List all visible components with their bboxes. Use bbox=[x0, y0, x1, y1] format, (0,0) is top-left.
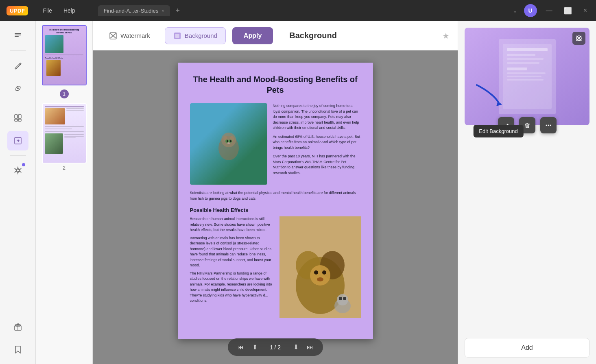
preview-actions: Edit Background bbox=[465, 117, 589, 133]
preview-page-inner bbox=[499, 39, 556, 114]
content-area: Watermark Background Apply Background ★ … bbox=[93, 21, 458, 364]
pdf-section-content: Research on human-animal interactions is… bbox=[190, 216, 361, 318]
thumbnail-image-1: The Health and Mood-Boosting Benefits of… bbox=[42, 25, 87, 85]
svg-rect-44 bbox=[507, 76, 541, 77]
pdf-section-title: Possible Health Effects bbox=[190, 207, 361, 213]
favorite-star[interactable]: ★ bbox=[442, 31, 450, 41]
right-panel: Edit Background bbox=[458, 21, 596, 364]
svg-rect-45 bbox=[507, 79, 544, 81]
svg-point-34 bbox=[339, 297, 342, 300]
svg-rect-14 bbox=[175, 34, 179, 38]
edit-tool[interactable] bbox=[7, 56, 28, 75]
svg-point-52 bbox=[546, 125, 547, 126]
svg-point-21 bbox=[227, 140, 228, 142]
add-background-button[interactable]: Add bbox=[465, 338, 589, 357]
svg-rect-41 bbox=[507, 62, 539, 64]
thumbnail-image-2 bbox=[42, 103, 87, 163]
reader-tool[interactable] bbox=[7, 26, 28, 46]
ai-tool[interactable] bbox=[7, 161, 28, 180]
hide-preview-button[interactable] bbox=[572, 32, 585, 45]
svg-rect-1 bbox=[15, 35, 21, 35]
apply-button[interactable]: Apply bbox=[232, 27, 273, 44]
svg-point-54 bbox=[550, 125, 551, 126]
svg-rect-38 bbox=[507, 48, 548, 51]
svg-rect-7 bbox=[18, 119, 21, 121]
watermark-icon bbox=[109, 32, 117, 40]
thumbnail-page-1[interactable]: The Health and Mood-Boosting Benefits of… bbox=[39, 25, 89, 98]
thumbnail-page-num-1: 1 bbox=[60, 89, 69, 98]
svg-rect-39 bbox=[507, 54, 535, 56]
svg-point-22 bbox=[230, 140, 231, 142]
nav-prev-page[interactable]: ⬆ bbox=[250, 342, 260, 353]
thumbnail-page-2[interactable]: 2 bbox=[39, 103, 89, 171]
pdf-viewer[interactable]: The Health and Mood-Boosting Benefits of… bbox=[93, 50, 458, 364]
titlebar-menu: File Help bbox=[38, 5, 80, 16]
bookmark-tool[interactable] bbox=[7, 340, 28, 359]
nav-next-page[interactable]: ⬇ bbox=[291, 342, 301, 353]
tool-divider-2 bbox=[10, 103, 26, 103]
ai-badge bbox=[22, 163, 25, 166]
pdf-main-content: Nothing compares to the joy of coming ho… bbox=[190, 103, 361, 185]
svg-point-29 bbox=[314, 270, 318, 275]
organize-tool[interactable] bbox=[7, 108, 28, 128]
svg-rect-6 bbox=[15, 119, 17, 121]
nav-last-page[interactable]: ⏭ bbox=[304, 342, 316, 353]
user-avatar[interactable]: U bbox=[524, 4, 537, 17]
svg-point-35 bbox=[343, 297, 346, 300]
convert-tool[interactable] bbox=[7, 131, 28, 150]
tab-area: Find-and-A...er-Studies × + bbox=[98, 5, 503, 16]
app-logo: UPDF bbox=[7, 6, 28, 15]
left-toolbar bbox=[0, 21, 36, 364]
pdf-cat-image bbox=[190, 103, 267, 185]
close-button[interactable]: × bbox=[581, 7, 589, 14]
more-options-button[interactable] bbox=[540, 117, 557, 133]
new-tab-button[interactable]: + bbox=[173, 7, 183, 15]
thumbnail-page-label-2: 2 bbox=[63, 165, 65, 171]
pdf-dog-image bbox=[279, 216, 361, 318]
restore-button[interactable]: ⬜ bbox=[561, 7, 574, 15]
pdf-title: The Health and Mood-Boosting Benefits of… bbox=[190, 74, 361, 95]
pdf-page-1: The Health and Mood-Boosting Benefits of… bbox=[178, 63, 373, 339]
svg-point-53 bbox=[548, 125, 549, 126]
main-area: The Health and Mood-Boosting Benefits of… bbox=[0, 21, 596, 364]
svg-point-23 bbox=[227, 142, 230, 144]
watermark-label: Watermark bbox=[120, 32, 150, 39]
arrow-indicator bbox=[473, 81, 505, 111]
nav-first-page[interactable]: ⏮ bbox=[235, 342, 247, 353]
svg-rect-5 bbox=[18, 115, 21, 118]
page-number-display: 1 / 2 bbox=[263, 344, 288, 351]
background-button[interactable]: Background bbox=[165, 27, 226, 44]
svg-rect-43 bbox=[507, 72, 546, 74]
pdf-section-text: Research on human-animal interactions is… bbox=[190, 216, 274, 318]
menu-help[interactable]: Help bbox=[59, 5, 80, 16]
top-toolbar: Watermark Background Apply Background ★ bbox=[93, 21, 458, 50]
gift-tool[interactable] bbox=[7, 317, 28, 336]
pdf-caption: Scientists are looking at what the poten… bbox=[190, 190, 361, 201]
tool-divider-1 bbox=[10, 50, 26, 51]
active-tab[interactable]: Find-and-A...er-Studies × bbox=[98, 5, 170, 16]
svg-point-30 bbox=[322, 270, 326, 275]
tool-divider-3 bbox=[10, 155, 26, 156]
background-icon bbox=[173, 32, 181, 40]
svg-rect-2 bbox=[15, 36, 19, 37]
titlebar: UPDF File Help Find-and-A...er-Studies ×… bbox=[0, 0, 596, 21]
menu-file[interactable]: File bbox=[38, 5, 57, 16]
svg-rect-40 bbox=[507, 58, 544, 60]
svg-rect-0 bbox=[15, 33, 21, 34]
svg-rect-42 bbox=[507, 68, 527, 70]
annotate-tool[interactable] bbox=[7, 78, 28, 98]
watermark-button[interactable]: Watermark bbox=[101, 28, 158, 44]
pdf-intro-text: Nothing compares to the joy of coming ho… bbox=[273, 103, 361, 185]
minimize-button[interactable]: — bbox=[544, 7, 555, 14]
background-label: Background bbox=[185, 32, 217, 39]
svg-point-28 bbox=[310, 265, 330, 286]
tabs-dropdown[interactable]: ⌄ bbox=[513, 7, 517, 14]
page-navigation: ⏮ ⬆ 1 / 2 ⬇ ⏭ bbox=[228, 338, 323, 356]
thumbnail-panel: The Health and Mood-Boosting Benefits of… bbox=[36, 21, 93, 364]
tab-close-button[interactable]: × bbox=[162, 8, 164, 13]
background-preview-container: Edit Background bbox=[465, 28, 589, 133]
tab-label: Find-and-A...er-Studies bbox=[104, 8, 158, 14]
edit-background-tooltip: Edit Background bbox=[473, 125, 523, 137]
svg-rect-4 bbox=[15, 115, 17, 118]
add-button-container: Add bbox=[465, 331, 589, 357]
